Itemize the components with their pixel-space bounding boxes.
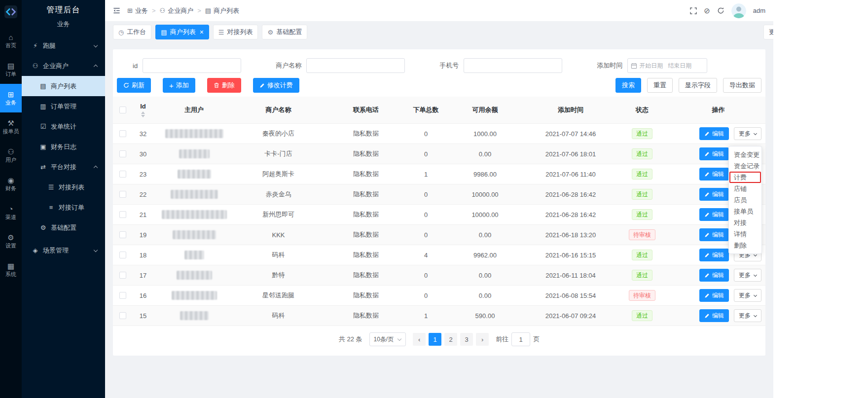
select-all-checkbox[interactable] (119, 107, 126, 113)
add-button[interactable]: + 添加 (163, 78, 195, 93)
edit-button[interactable]: 编辑 (699, 168, 729, 181)
rail-item-business[interactable]: ⊞业务 (0, 84, 22, 112)
row-checkbox[interactable] (119, 252, 126, 258)
row-checkbox[interactable] (119, 292, 126, 299)
show-fields-button[interactable]: 显示字段 (679, 78, 717, 93)
breadcrumb-item-enterprise-merchant[interactable]: ⚇企业商户 (160, 6, 194, 15)
fullscreen-button[interactable] (690, 7, 697, 14)
edit-button[interactable]: 编辑 (699, 188, 729, 201)
page-button-1[interactable]: 1 (429, 333, 441, 346)
end-date-input[interactable] (668, 62, 694, 69)
order-count: 0 (424, 231, 428, 239)
sidebar-item-base-config[interactable]: ⚙基础配置 (22, 217, 105, 238)
breadcrumb-item-merchant-list[interactable]: ▤商户列表 (205, 6, 239, 15)
cell-status: 通过 (613, 205, 671, 224)
dropdown-item-fund-change[interactable]: 资金变更 (729, 149, 761, 160)
more-button[interactable]: 更多 (734, 309, 761, 322)
edit-button[interactable]: 编辑 (699, 208, 729, 221)
add-time: 2021-06-28 16:42 (545, 211, 596, 218)
more-label: 更多 (739, 291, 751, 300)
row-checkbox[interactable] (119, 312, 126, 319)
search-button[interactable]: 搜索 (615, 78, 641, 93)
sidebar-item-finance-log[interactable]: ▣财务日志 (22, 137, 105, 157)
sidebar-item-platform-connect[interactable]: ⇄平台对接 (22, 157, 105, 177)
breadcrumb-item-business[interactable]: ⊞业务 (127, 6, 148, 15)
tab-workbench[interactable]: ◷工作台 (113, 25, 151, 39)
username[interactable]: adm (753, 7, 765, 14)
phone-input[interactable] (464, 58, 562, 73)
rail-item-settings[interactable]: ⚙设置 (0, 227, 22, 255)
more-button[interactable]: 更多 (734, 289, 761, 302)
edit-button[interactable]: 编辑 (699, 228, 729, 241)
sort-carets-icon[interactable] (141, 111, 145, 117)
rail-item-orders[interactable]: ▤订单 (0, 55, 22, 84)
do-not-disturb-button[interactable]: ⊘ (704, 7, 710, 14)
row-checkbox[interactable] (119, 150, 126, 157)
rail-item-finance[interactable]: ◉财务 (0, 170, 22, 198)
more-button[interactable]: 更多 (734, 127, 761, 140)
rail-item-channel[interactable]: ◔渠道 (0, 198, 22, 227)
edit-button[interactable]: 编辑 (699, 269, 729, 282)
refresh-page-button[interactable] (717, 7, 724, 14)
tab-merchant-list[interactable]: ▤商户列表× (155, 25, 209, 39)
merchant-name-input[interactable] (306, 58, 405, 73)
edit-button[interactable]: 编辑 (699, 147, 729, 160)
sidebar-item-scene-manage[interactable]: ◈场景管理 (22, 240, 105, 260)
close-icon[interactable]: × (200, 28, 204, 36)
reset-button[interactable]: 重置 (647, 78, 673, 93)
id-input[interactable] (143, 58, 241, 73)
rail-item-users[interactable]: ⚇用户 (0, 141, 22, 170)
sidebar-item-connect-order[interactable]: ≡对接订单 (22, 197, 105, 217)
edit-button[interactable]: 编辑 (699, 289, 729, 302)
edit-button[interactable]: 编辑 (699, 127, 729, 140)
app-logo[interactable] (0, 0, 22, 24)
page-button-2[interactable]: 2 (444, 333, 457, 346)
export-button[interactable]: 导出数据 (723, 78, 761, 93)
sidebar-item-merchant-list[interactable]: ▤商户列表 (22, 76, 105, 96)
refresh-button[interactable]: 刷新 (117, 78, 151, 93)
tabs-more-button[interactable]: 更多 (763, 25, 773, 39)
row-checkbox[interactable] (119, 231, 126, 238)
sidebar-item-order-manage[interactable]: ▥订单管理 (22, 96, 105, 116)
sort-desc-icon[interactable] (141, 115, 145, 117)
row-checkbox[interactable] (119, 130, 126, 137)
tab-base-config[interactable]: ⚙基础配置 (262, 25, 307, 39)
edit-button[interactable]: 编辑 (699, 249, 729, 261)
prev-page-button[interactable]: ‹ (413, 333, 426, 346)
tab-connect-list[interactable]: ☰对接列表 (213, 25, 258, 39)
date-range-picker[interactable] (627, 58, 707, 73)
rail-item-courier[interactable]: ⚒接单员 (0, 112, 22, 141)
dropdown-item-fund-record[interactable]: 资金记录 (729, 160, 761, 172)
edit-button[interactable]: 编辑 (699, 309, 729, 322)
goto-page-input[interactable] (511, 332, 530, 346)
row-checkbox[interactable] (119, 171, 126, 178)
row-checkbox[interactable] (119, 211, 126, 218)
delete-button[interactable]: 删除 (207, 78, 241, 93)
sort-asc-icon[interactable] (141, 111, 145, 114)
next-page-button[interactable]: › (476, 333, 489, 346)
sidebar-item-enterprise-merchant[interactable]: ⚇企业商户 (22, 56, 105, 76)
row-checkbox[interactable] (119, 272, 126, 279)
start-date-input[interactable] (639, 62, 666, 69)
sidebar-item-errand[interactable]: ⚡跑腿 (22, 36, 105, 56)
row-id: 30 (140, 150, 146, 158)
dropdown-item-clerk[interactable]: 店员 (729, 194, 761, 206)
dropdown-item-detail[interactable]: 详情 (729, 228, 761, 240)
sidebar-item-connect-list[interactable]: ☰对接列表 (22, 177, 105, 197)
dropdown-item-shop[interactable]: 店铺 (729, 183, 761, 194)
sidebar-item-dispatch-stats[interactable]: ☑发单统计 (22, 116, 105, 137)
dropdown-item-billing[interactable]: 计费 (729, 172, 761, 183)
dropdown-item-courier[interactable]: 接单员 (729, 206, 761, 217)
row-checkbox[interactable] (119, 191, 126, 198)
dropdown-item-connect[interactable]: 对接 (729, 217, 761, 228)
user-avatar[interactable] (731, 3, 746, 18)
rail-item-system[interactable]: ▦系统 (0, 255, 22, 284)
more-button[interactable]: 更多 (734, 269, 761, 282)
menu-fold-button[interactable] (113, 7, 120, 14)
page-size-select[interactable]: 10条/页 (369, 332, 406, 346)
page-button-3[interactable]: 3 (460, 333, 473, 346)
cell-balance: 9962.00 (442, 245, 528, 265)
rail-item-home[interactable]: ⌂首页 (0, 27, 22, 55)
modify-billing-button[interactable]: 修改计费 (253, 78, 299, 93)
dropdown-item-delete[interactable]: 删除 (729, 240, 761, 251)
